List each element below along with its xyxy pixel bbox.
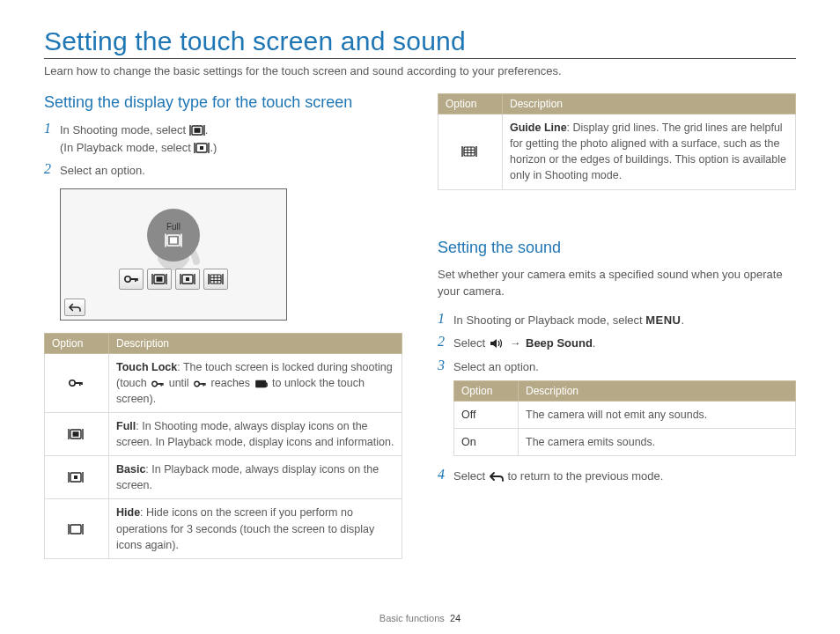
page-number: 24: [450, 613, 461, 623]
display-full-icon: [68, 428, 85, 440]
page-intro: Learn how to change the basic settings f…: [44, 64, 796, 77]
display-basic-icon: [68, 471, 85, 483]
table-row: On The camera emits sounds.: [454, 429, 796, 456]
step-number: 1: [44, 121, 60, 136]
step-2: 2 Select → Beep Sound.: [438, 334, 796, 352]
step-text: .): [210, 141, 217, 154]
option-desc: : Hide icons on the screen if you perfor…: [116, 506, 374, 550]
step-number: 3: [438, 358, 453, 373]
display-hide-icon: [68, 523, 85, 535]
col-description: Description: [519, 381, 796, 402]
option-name: Guide Line: [510, 122, 567, 134]
option-desc: until: [166, 377, 192, 389]
option-full[interactable]: [147, 269, 172, 290]
step-text: (In Playback mode, select: [60, 141, 194, 154]
menu-label: MENU: [645, 313, 681, 327]
key-icon: [68, 377, 85, 389]
step-text: In Shooting or Playback mode, select: [453, 313, 645, 327]
page-footer: Basic functions 24: [0, 613, 840, 623]
page-title: Setting the touch screen and sound: [44, 26, 796, 59]
option-desc: reaches: [208, 377, 253, 389]
option-desc: The camera will not emit any sounds.: [519, 402, 796, 429]
back-button[interactable]: [64, 299, 85, 316]
display-options-table: Option Description Touch Lock: The touch…: [44, 333, 402, 559]
step-2: 2 Select an option.: [44, 161, 402, 180]
table-row: Touch Lock: The touch screen is locked d…: [45, 353, 402, 412]
step-number: 4: [438, 467, 453, 483]
option-desc: : In Playback mode, always display icons…: [116, 463, 379, 491]
grid-icon: [461, 145, 479, 158]
option-name: Basic: [116, 463, 145, 476]
step-number: 2: [44, 161, 60, 177]
display-options-table-cont: Option Description Guide Line: Display g…: [438, 93, 796, 190]
option-desc: : In Shooting mode, always display icons…: [116, 420, 394, 448]
beep-sound-label: Beep Sound: [526, 336, 593, 350]
option-name: Full: [116, 420, 136, 432]
option-grid[interactable]: [203, 269, 228, 290]
col-option: Option: [438, 94, 503, 114]
sound-options-table: Option Description Off The camera will n…: [453, 380, 796, 456]
card-icon: [254, 379, 269, 389]
key-icon: [192, 379, 208, 389]
back-icon: [489, 470, 505, 483]
step-text: Select: [453, 336, 489, 350]
step-4: 4 Select to return to the previous mode.: [438, 467, 796, 485]
step-number: 2: [438, 334, 453, 350]
col-description: Description: [503, 94, 796, 114]
speaker-icon: [489, 337, 505, 350]
arrow-icon: →: [509, 335, 520, 352]
option-name: On: [461, 436, 476, 448]
table-row: Full: In Shooting mode, always display i…: [45, 412, 402, 455]
step-number: 1: [438, 311, 453, 327]
table-row: Guide Line: Display grid lines. The grid…: [438, 114, 796, 190]
col-description: Description: [109, 333, 402, 353]
display-basic-icon: [194, 142, 210, 154]
option-name: Touch Lock: [116, 361, 177, 373]
step-text: Select an option.: [453, 358, 796, 376]
option-name: Off: [461, 409, 475, 421]
section-subtext: Set whether your camera emits a specifie…: [438, 266, 796, 300]
step-text: to return to the previous mode.: [507, 469, 663, 483]
step-text: In Shooting mode, select: [60, 123, 189, 136]
key-icon: [150, 379, 166, 389]
display-full-icon: [189, 124, 205, 136]
option-basic[interactable]: [175, 269, 200, 290]
option-name: Hide: [116, 506, 140, 519]
step-1: 1 In Shooting mode, select . (In Playbac…: [44, 121, 402, 156]
selected-option-label: Full: [166, 222, 181, 232]
option-desc: The camera emits sounds.: [519, 429, 796, 456]
step-1: 1 In Shooting or Playback mode, select M…: [438, 311, 796, 329]
col-option: Option: [45, 333, 109, 353]
option-touch-lock[interactable]: [119, 269, 144, 290]
table-row: Hide: Hide icons on the screen if you pe…: [45, 499, 402, 558]
col-option: Option: [454, 381, 519, 402]
table-row: Off The camera will not emit any sounds.: [454, 402, 796, 429]
step-text: Select: [453, 469, 489, 483]
step-3: 3 Select an option.: [438, 358, 796, 376]
footer-section: Basic functions: [379, 613, 445, 623]
table-row: Basic: In Playback mode, always display …: [45, 456, 402, 499]
section-heading-sound: Setting the sound: [438, 239, 796, 257]
step-text: Select an option.: [60, 161, 402, 180]
section-heading-display: Setting the display type for the touch s…: [44, 93, 402, 112]
display-type-figure: Full: [60, 188, 287, 321]
selected-option-bubble: Full: [147, 209, 200, 262]
